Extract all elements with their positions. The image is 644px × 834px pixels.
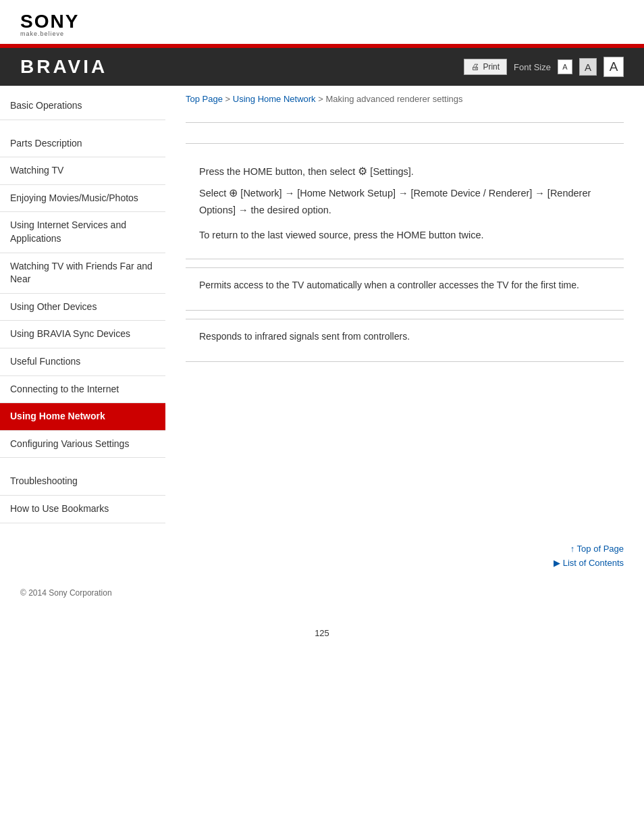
- sidebar-item-watching-tv[interactable]: Watching TV: [0, 157, 165, 185]
- sidebar-item-parts-description[interactable]: Parts Description: [0, 130, 165, 158]
- infrared-section: Responds to infrared signals sent from c…: [186, 319, 624, 353]
- sony-tagline: make.believe: [20, 31, 79, 37]
- sidebar-item-using-internet[interactable]: Using Internet Services and Applications: [0, 212, 165, 253]
- sidebar-item-using-bravia-sync[interactable]: Using BRAVIA Sync Devices: [0, 321, 165, 348]
- bravia-title: BRAVIA: [20, 56, 107, 78]
- auto-access-description: Permits access to the TV automatically w…: [199, 278, 624, 292]
- divider-mid2: [186, 310, 624, 311]
- top-bar: SONY make.believe: [0, 0, 644, 44]
- bravia-header: BRAVIA 🖨 Print Font Size A A A: [0, 48, 644, 86]
- breadcrumb-current: Making advanced renderer settings: [325, 94, 462, 104]
- sony-logo: SONY make.believe: [20, 12, 79, 37]
- print-button[interactable]: 🖨 Print: [464, 59, 507, 75]
- sidebar-item-using-other-devices[interactable]: Using Other Devices: [0, 294, 165, 321]
- infrared-description: Responds to infrared signals sent from c…: [199, 329, 624, 344]
- main-instruction: Press the HOME button, then select ⚙ [Se…: [199, 162, 624, 180]
- sidebar-gap-2: [0, 458, 165, 468]
- header-controls: 🖨 Print Font Size A A A: [464, 57, 624, 77]
- sidebar-item-using-home-network[interactable]: Using Home Network: [0, 403, 165, 431]
- font-size-label: Font Size: [514, 62, 551, 72]
- page-footer: © 2014 Sony Corporation: [0, 581, 644, 618]
- sony-text: SONY: [20, 12, 79, 31]
- divider-top2: [186, 143, 624, 144]
- divider-bottom: [186, 361, 624, 362]
- print-label: Print: [483, 62, 500, 72]
- sidebar: Basic Operations Parts Description Watch…: [0, 86, 165, 530]
- top-of-page-link[interactable]: Top of Page: [570, 544, 624, 554]
- auto-access-section: Permits access to the TV automatically w…: [186, 267, 624, 302]
- breadcrumb-separator-1: >: [225, 94, 233, 104]
- list-of-contents-link[interactable]: List of Contents: [554, 558, 624, 568]
- sidebar-gap-1: [0, 120, 165, 130]
- breadcrumb-using-home-network[interactable]: Using Home Network: [233, 94, 316, 104]
- breadcrumb-top-page[interactable]: Top Page: [186, 94, 223, 104]
- font-size-small-button[interactable]: A: [558, 59, 572, 74]
- return-instruction: To return to the last viewed source, pre…: [199, 227, 624, 244]
- sidebar-item-connecting-internet[interactable]: Connecting to the Internet: [0, 376, 165, 404]
- sidebar-item-useful-functions[interactable]: Useful Functions: [0, 348, 165, 376]
- main-content-block: Press the HOME button, then select ⚙ [Se…: [186, 152, 624, 251]
- divider-top: [186, 122, 624, 123]
- font-size-large-button[interactable]: A: [603, 57, 624, 77]
- breadcrumb-separator-2: >: [318, 94, 325, 104]
- sidebar-item-enjoying-movies[interactable]: Enjoying Movies/Music/Photos: [0, 185, 165, 213]
- divider-mid1: [186, 259, 624, 259]
- sidebar-item-watching-friends[interactable]: Watching TV with Friends Far and Near: [0, 253, 165, 294]
- copyright-text: © 2014 Sony Corporation: [20, 588, 112, 598]
- sidebar-item-troubleshooting[interactable]: Troubleshooting: [0, 468, 165, 496]
- content-area: Top Page > Using Home Network > Making a…: [165, 86, 644, 530]
- font-size-medium-button[interactable]: A: [579, 58, 597, 76]
- settings-icon: ⚙: [358, 165, 367, 177]
- sub-instruction: Select ⊕ [Network] → [Home Network Setup…: [199, 184, 624, 219]
- sidebar-item-basic-operations[interactable]: Basic Operations: [0, 93, 165, 120]
- breadcrumb: Top Page > Using Home Network > Making a…: [186, 86, 624, 114]
- page-number: 125: [0, 618, 644, 648]
- footer-links: Top of Page List of Contents: [0, 530, 644, 581]
- sidebar-item-how-to-use[interactable]: How to Use Bookmarks: [0, 496, 165, 523]
- network-icon: ⊕: [229, 187, 238, 199]
- sidebar-item-configuring-settings[interactable]: Configuring Various Settings: [0, 431, 165, 459]
- main-layout: Basic Operations Parts Description Watch…: [0, 86, 644, 530]
- print-icon: 🖨: [471, 62, 479, 72]
